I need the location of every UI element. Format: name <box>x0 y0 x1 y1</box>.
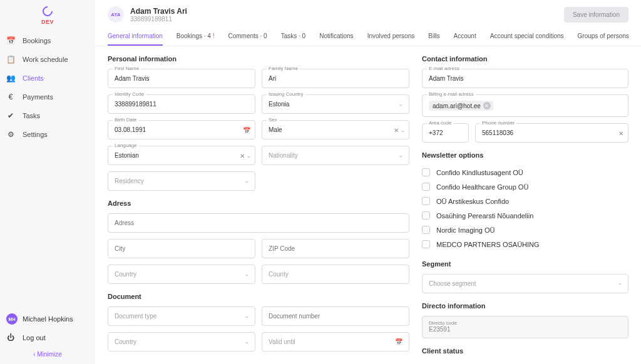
zip-input[interactable] <box>262 239 409 258</box>
newsletter-option[interactable]: MEDCO PARTNERS OSAÜHING <box>422 237 628 251</box>
city-input[interactable] <box>108 239 255 258</box>
tab-involved[interactable]: Involved persons <box>367 28 415 46</box>
birth-date-field[interactable]: Birth Date 📅 <box>108 120 255 139</box>
checkbox[interactable] <box>422 168 430 176</box>
sidebar-item-settings[interactable]: ⚙ Settings <box>0 125 95 144</box>
identity-input[interactable] <box>108 94 255 114</box>
section-address: Adress <box>108 200 409 207</box>
tab-comments[interactable]: Comments · 0 <box>228 28 267 46</box>
content: Personal information First Name Family N… <box>95 46 641 364</box>
family-name-input[interactable] <box>262 69 409 88</box>
calendar-icon[interactable]: 📅 <box>395 338 403 345</box>
tab-tasks[interactable]: Tasks · 0 <box>281 28 305 46</box>
email-input[interactable] <box>422 69 628 88</box>
nav: 📅 Bookings 📋 Work schedule 👥 Clients € P… <box>0 28 95 305</box>
avatar: MH <box>6 313 18 325</box>
sidebar-item-payments[interactable]: € Payments <box>0 88 95 106</box>
segment-select[interactable]: Choose segment ⌵ <box>422 274 628 293</box>
sidebar-item-tasks[interactable]: ✔ Tasks <box>0 106 95 125</box>
area-code-input[interactable] <box>422 123 469 143</box>
clear-icon[interactable]: ✕ <box>394 126 399 133</box>
gear-icon: ⚙ <box>6 130 15 139</box>
email-chip: adam.ari@hot.ee ✕ <box>429 101 493 111</box>
checkbox[interactable] <box>422 226 430 234</box>
clients-icon: 👥 <box>6 74 15 83</box>
family-name-field[interactable]: Family Name <box>262 69 409 88</box>
save-button[interactable]: Save information <box>564 7 628 23</box>
sidebar: DEV 📅 Bookings 📋 Work schedule 👥 Clients… <box>0 0 95 364</box>
clear-icon[interactable]: ✕ <box>618 129 623 136</box>
current-user[interactable]: MH Michael Hopkins <box>6 310 89 328</box>
calendar-icon[interactable]: 📅 <box>243 126 250 133</box>
first-name-input[interactable] <box>108 69 255 88</box>
chevron-down-icon: ⌵ <box>399 101 403 107</box>
dev-badge: DEV <box>0 19 95 25</box>
minimize-button[interactable]: ‹ Minimize <box>6 347 89 361</box>
newsletter-option[interactable]: Confido Healthcare Group OÜ <box>422 179 628 194</box>
checkbox[interactable] <box>422 211 430 220</box>
sidebar-item-clients[interactable]: 👥 Clients <box>0 69 95 88</box>
tab-groups[interactable]: Groups of persons <box>578 28 629 46</box>
sidebar-item-work-schedule[interactable]: 📋 Work schedule <box>0 50 95 69</box>
tab-general[interactable]: General information <box>108 28 163 46</box>
newsletter-option[interactable]: Nordic Imaging OÜ <box>422 223 628 237</box>
tab-bills[interactable]: Bills <box>428 28 439 46</box>
user-name: Michael Hopkins <box>23 315 73 323</box>
logout-button[interactable]: ⏻ Log out <box>6 328 89 347</box>
chevron-down-icon: ⌵ <box>245 339 249 345</box>
sidebar-item-label: Bookings <box>23 37 51 44</box>
phone-input[interactable] <box>475 123 628 143</box>
city-field[interactable] <box>108 239 255 258</box>
address-country-field[interactable]: Country⌵ <box>108 265 255 284</box>
forget-client-option[interactable]: Forget client <box>422 361 628 364</box>
tab-notifications[interactable]: Notifications <box>319 28 353 46</box>
chevron-down-icon: ⌵ <box>401 127 404 133</box>
newsletter-option[interactable]: Confido Kindlustusagent OÜ <box>422 165 628 179</box>
doc-type-field[interactable]: Document type⌵ <box>108 306 255 326</box>
address-input[interactable] <box>108 213 409 233</box>
clear-icon[interactable]: ✕ <box>240 152 245 159</box>
euro-icon: € <box>6 93 15 101</box>
sidebar-item-label: Tasks <box>23 112 40 119</box>
doc-number-field[interactable] <box>262 306 409 326</box>
remove-chip-icon[interactable]: ✕ <box>483 102 491 109</box>
language-field[interactable]: Language Estonian✕ ⌵ <box>108 146 255 165</box>
page-header: ATA Adam Travis Ari 338899189811 Save in… <box>95 0 641 28</box>
section-contact: Contact information <box>422 55 628 63</box>
checkbox[interactable] <box>422 183 430 191</box>
calendar-icon: 📅 <box>6 36 15 45</box>
section-newsletter: Newsletter options <box>422 151 628 159</box>
doc-country-field[interactable]: Country⌵ <box>108 332 255 351</box>
billing-email-field[interactable]: Billing e-mail adress adam.ari@hot.ee ✕ <box>422 94 628 117</box>
checkbox[interactable] <box>422 197 430 205</box>
birth-input[interactable] <box>108 120 255 139</box>
directo-field: Directo code E23591 <box>422 316 628 338</box>
section-document: Document <box>108 293 409 300</box>
sidebar-item-bookings[interactable]: 📅 Bookings <box>0 31 95 50</box>
tab-account[interactable]: Account <box>454 28 476 46</box>
nationality-field[interactable]: Nationality⌵ <box>262 146 409 165</box>
identity-field[interactable]: Identity Code <box>108 94 255 114</box>
logout-label: Log out <box>23 334 46 341</box>
newsletter-option[interactable]: Osaühing Perearsti Nõuandeliin <box>422 208 628 223</box>
sidebar-bottom: MH Michael Hopkins ⏻ Log out ‹ Minimize <box>0 305 95 364</box>
first-name-field[interactable]: First Name <box>108 69 255 88</box>
checkbox[interactable] <box>422 240 430 248</box>
sex-field[interactable]: Sex Male✕ ⌵ <box>262 120 409 139</box>
zip-field[interactable] <box>262 239 409 258</box>
area-code-field[interactable]: Area code <box>422 123 469 143</box>
address-field[interactable] <box>108 213 409 233</box>
valid-until-field[interactable]: Valid until📅 <box>262 332 409 351</box>
section-segment: Segment <box>422 260 628 268</box>
tab-special[interactable]: Account special conditions <box>490 28 564 46</box>
residency-field[interactable]: Residency⌵ <box>108 171 255 191</box>
issuing-country-field[interactable]: Issuing Country Estonia⌵ <box>262 94 409 114</box>
left-column: Personal information First Name Family N… <box>108 55 409 355</box>
county-field[interactable]: County <box>262 265 409 284</box>
tab-bookings[interactable]: Bookings · 4 ! <box>177 28 215 46</box>
doc-number-input[interactable] <box>262 306 409 326</box>
phone-field[interactable]: Phone number ✕ <box>475 123 628 143</box>
newsletter-option[interactable]: OÜ Arstikeskus Confido <box>422 194 628 208</box>
email-field[interactable]: E-mail adress <box>422 69 628 88</box>
right-column: Contact information E-mail adress Billin… <box>422 55 628 355</box>
